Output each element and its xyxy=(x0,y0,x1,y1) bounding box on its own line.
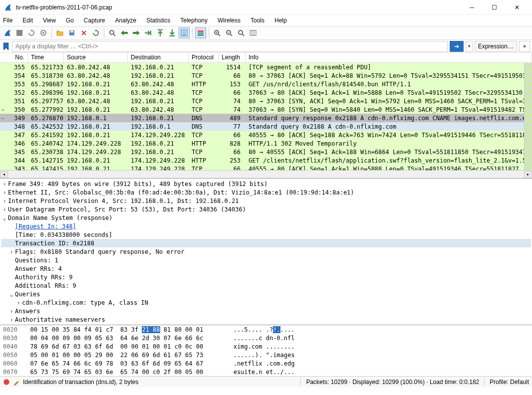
flags[interactable]: Flags: 0x8180 Standard query response, N… xyxy=(15,248,185,255)
add-filter-button[interactable]: + xyxy=(519,41,530,52)
menu-analyze[interactable]: Analyze xyxy=(115,17,137,24)
expand-icon[interactable]: › xyxy=(1,189,8,196)
filter-dropdown[interactable]: ▾ xyxy=(466,41,473,52)
query-item[interactable]: cdn-0.nflximg.com: type A, class IN xyxy=(22,299,148,306)
scroll-left-button[interactable]: ◂ xyxy=(0,171,8,178)
col-header-length[interactable]: Length xyxy=(219,53,246,62)
col-header-no[interactable]: No. xyxy=(0,53,28,62)
ip-summary[interactable]: Internet Protocol Version 4, Src: 192.16… xyxy=(8,198,239,204)
packet-row[interactable]: 34565.230738174.129.249.228192.168.0.21T… xyxy=(0,148,532,156)
maximize-button[interactable]: ☐ xyxy=(483,0,506,14)
hex-row[interactable]: 0020 00 15 00 35 84 f4 01 c7 83 3f 21 88… xyxy=(3,326,529,335)
menu-tools[interactable]: Tools xyxy=(251,17,265,24)
hex-row[interactable]: 0070 65 73 75 69 74 65 03 6e 65 74 00 c0… xyxy=(3,369,529,376)
packet-row[interactable]: 35265.298396192.168.0.2163.80.242.48TCP6… xyxy=(0,88,532,97)
expand-icon[interactable]: › xyxy=(8,308,15,315)
menu-telephony[interactable]: Telephony xyxy=(180,17,208,24)
expand-icon[interactable]: › xyxy=(8,316,15,323)
frame-summary[interactable]: Frame 349: 489 bytes on wire (3912 bits)… xyxy=(8,181,267,188)
ethernet-summary[interactable]: Ethernet II, Src: Globalsc_00:3b:0a (f0:… xyxy=(8,189,354,196)
packet-hscroll[interactable]: ◂ ▸ xyxy=(0,170,532,178)
packet-row[interactable]: 35465.31873063.80.242.48192.168.0.21TCP6… xyxy=(0,71,532,80)
menu-help[interactable]: Help xyxy=(274,17,287,24)
menu-statistics[interactable]: Statistics xyxy=(146,17,170,24)
answer-rrs[interactable]: Answer RRs: 4 xyxy=(15,265,62,272)
hex-row[interactable]: 0040 78 69 6d 67 03 63 6f 6d 00 00 01 00… xyxy=(3,343,529,352)
col-header-protocol[interactable]: Protocol xyxy=(189,53,219,62)
authority-rrs[interactable]: Authority RRs: 9 xyxy=(15,274,73,281)
col-header-info[interactable]: Info xyxy=(246,53,532,62)
col-header-source[interactable]: Source xyxy=(64,53,128,62)
zoom-out-icon[interactable] xyxy=(224,27,235,38)
expand-icon[interactable]: › xyxy=(1,198,8,204)
packet-rows[interactable]: 35565.32173363.80.242.48192.168.0.21TCP1… xyxy=(0,63,532,170)
stop-capture-icon[interactable] xyxy=(14,27,25,38)
packet-row[interactable]: ←34965.276870192.168.0.1192.168.0.21DNS4… xyxy=(0,114,532,122)
packet-row[interactable]: 34465.142715192.168.0.21174.129.249.228H… xyxy=(0,156,532,165)
apply-filter-button[interactable]: ➔ xyxy=(450,41,464,52)
packet-row[interactable]: 34365.142415192.168.0.21174.129.249.228T… xyxy=(0,165,532,170)
collapse-icon[interactable]: ⌄ xyxy=(1,214,8,221)
display-filter-input[interactable] xyxy=(12,41,448,52)
close-button[interactable]: ✕ xyxy=(506,0,528,14)
minimap[interactable] xyxy=(524,63,532,170)
reload-icon[interactable] xyxy=(90,27,101,38)
expand-icon[interactable]: › xyxy=(1,206,8,213)
dns-summary[interactable]: Domain Name System (response) xyxy=(8,214,113,221)
menu-capture[interactable]: Capture xyxy=(84,17,105,24)
transaction-id[interactable]: Transaction ID: 0x2188 xyxy=(15,240,94,247)
open-icon[interactable] xyxy=(54,27,65,38)
colorize-icon[interactable] xyxy=(195,27,206,38)
packet-row[interactable]: 35165.29775763.80.242.48192.168.0.21TCP7… xyxy=(0,97,532,105)
status-profile[interactable]: Profile: Default xyxy=(490,379,529,386)
additional-rrs[interactable]: Additional RRs: 9 xyxy=(15,282,76,289)
auto-scroll-icon[interactable] xyxy=(179,27,190,38)
minimize-button[interactable]: ─ xyxy=(461,0,483,14)
packet-row[interactable]: 35065.277992192.168.0.2163.80.242.48TCP7… xyxy=(0,105,532,114)
expand-icon[interactable]: › xyxy=(1,181,8,188)
scroll-right-button[interactable]: ▸ xyxy=(524,171,532,178)
col-header-destination[interactable]: Destination xyxy=(128,53,189,62)
menu-view[interactable]: View xyxy=(43,17,56,24)
expand-icon[interactable]: › xyxy=(15,299,22,306)
menu-wireless[interactable]: Wireless xyxy=(218,17,241,24)
go-forward-icon[interactable] xyxy=(131,27,142,38)
edit-preferences-icon[interactable] xyxy=(13,379,20,386)
menu-file[interactable]: File xyxy=(3,17,12,24)
go-to-packet-icon[interactable] xyxy=(143,27,154,38)
start-capture-icon[interactable] xyxy=(2,27,13,38)
packet-row[interactable]: →34865.242532192.168.0.21192.168.0.1DNS7… xyxy=(0,122,532,131)
answers-label[interactable]: Answers xyxy=(15,308,40,315)
queries-label[interactable]: Queries xyxy=(15,291,40,298)
packet-row[interactable]: 34765.241592192.168.0.21174.129.249.228T… xyxy=(0,131,532,139)
find-icon[interactable] xyxy=(107,27,118,38)
expand-icon[interactable]: › xyxy=(8,248,15,255)
collapse-icon[interactable]: ⌄ xyxy=(8,291,15,298)
close-file-icon[interactable] xyxy=(78,27,89,38)
go-back-icon[interactable] xyxy=(119,27,130,38)
questions-count[interactable]: Questions: 1 xyxy=(15,257,58,264)
go-first-icon[interactable] xyxy=(155,27,166,38)
hex-row[interactable]: 0030 00 04 00 09 00 09 05 63 64 6e 2d 30… xyxy=(3,335,529,343)
zoom-in-icon[interactable] xyxy=(212,27,223,38)
resize-columns-icon[interactable] xyxy=(248,27,259,38)
bookmark-filter-icon[interactable] xyxy=(2,42,10,50)
packet-row[interactable]: 35565.32173363.80.242.48192.168.0.21TCP1… xyxy=(0,63,532,71)
save-icon[interactable] xyxy=(66,27,77,38)
zoom-reset-icon[interactable] xyxy=(236,27,247,38)
menu-edit[interactable]: Edit xyxy=(22,17,33,24)
response-time[interactable]: [Time: 0.034338000 seconds] xyxy=(15,231,112,238)
col-header-time[interactable]: Time xyxy=(28,53,64,62)
menu-go[interactable]: Go xyxy=(66,17,74,24)
hex-pane[interactable]: 0020 00 15 00 35 84 f4 01 c7 83 3f 21 88… xyxy=(0,325,532,376)
request-in-link[interactable]: [Request In: 348] xyxy=(15,223,76,230)
packet-row[interactable]: 35365.298687192.168.0.2163.80.242.48HTTP… xyxy=(0,80,532,88)
expert-info-icon[interactable] xyxy=(3,379,10,386)
options-icon[interactable] xyxy=(38,27,49,38)
packet-row[interactable]: 34665.240742174.129.249.228192.168.0.21H… xyxy=(0,139,532,148)
hex-row[interactable]: 0050 05 00 01 00 00 05 29 00 22 06 69 6d… xyxy=(3,352,529,360)
udp-summary[interactable]: User Datagram Protocol, Src Port: 53 (53… xyxy=(8,206,246,213)
hex-row[interactable]: 0060 07 6e 65 74 66 6c 69 78 03 63 6f 6d… xyxy=(3,360,529,369)
restart-capture-icon[interactable] xyxy=(26,27,37,38)
authoritative-label[interactable]: Authoritative nameservers xyxy=(15,316,105,323)
